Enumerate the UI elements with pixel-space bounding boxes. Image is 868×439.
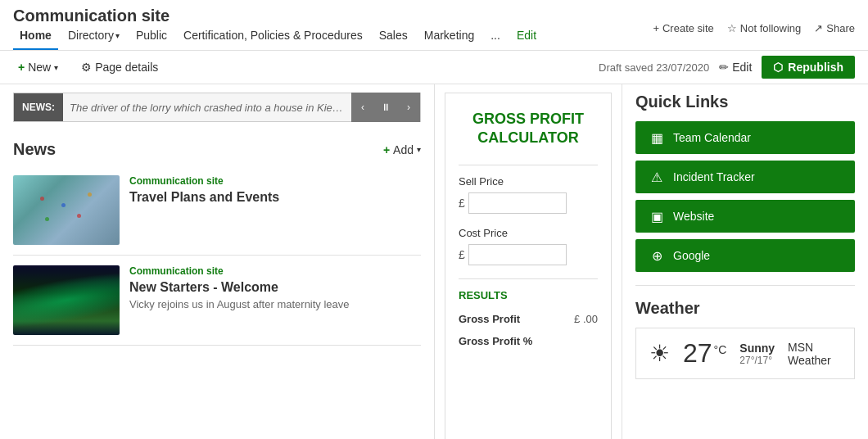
weather-source: MSN Weather <box>788 341 841 367</box>
weather-info: Sunny 27°/17° <box>739 342 775 366</box>
news-label: NEWS: <box>14 93 63 121</box>
cost-price-field: Cost Price £ <box>459 227 598 265</box>
weather-card: ☀ 27 °C Sunny 27°/17° MSN Weather <box>635 328 855 379</box>
top-right-actions: + Create site ☆ Not following ↗ Share <box>653 22 855 34</box>
cost-price-input[interactable] <box>468 244 567 265</box>
draft-saved-text: Draft saved 23/07/2020 <box>599 61 709 74</box>
republish-icon: ⬡ <box>773 61 783 74</box>
cost-price-label: Cost Price <box>459 227 598 239</box>
screen-icon: ▣ <box>649 208 665 224</box>
news-prev-button[interactable]: ‹ <box>351 93 374 122</box>
quick-link-team-calendar[interactable]: ▦ Team Calendar <box>635 121 855 154</box>
weather-temp-num: 27 <box>683 338 712 369</box>
news-item: Communication site Travel Plans and Even… <box>13 165 421 256</box>
weather-temp-unit: °C <box>714 343 727 356</box>
news-ticker: NEWS: The driver of the lorry which cras… <box>13 93 421 122</box>
edit-button[interactable]: ✏ Edit <box>719 61 752 74</box>
nav-more[interactable]: ... <box>484 25 507 50</box>
results-label: RESULTS <box>459 289 598 301</box>
calculator-panel: GROSS PROFIT CALCULATOR Sell Price £ Cos… <box>434 84 622 439</box>
top-navigation: Communication site Home Directory ▾ Publ… <box>0 0 868 51</box>
sell-price-label: Sell Price <box>459 175 598 188</box>
alert-icon: ⚠ <box>649 169 665 185</box>
star-icon: ☆ <box>727 22 737 34</box>
news-content-1: Communication site Travel Plans and Even… <box>129 175 421 245</box>
weather-description: Sunny <box>739 342 775 355</box>
globe-icon: ⊕ <box>649 247 665 264</box>
news-excerpt-2: Vicky rejoins us in August after materni… <box>129 298 421 310</box>
news-title-2[interactable]: New Starters - Welcome <box>129 280 421 295</box>
calendar-icon: ▦ <box>649 129 665 146</box>
nav-cert[interactable]: Certification, Policies & Procedures <box>177 25 369 50</box>
gross-profit-label: Gross Profit <box>459 313 520 325</box>
nav-marketing[interactable]: Marketing <box>418 25 481 50</box>
plus-icon: + <box>653 22 659 34</box>
news-title: News <box>13 140 56 159</box>
edit-icon: ✏ <box>719 61 729 74</box>
news-title-1[interactable]: Travel Plans and Events <box>129 190 421 205</box>
quick-link-incident-tracker[interactable]: ⚠ Incident Tracker <box>635 161 855 193</box>
toolbar-left: + New ▾ ⚙ Page details <box>13 57 163 77</box>
calculator-box: GROSS PROFIT CALCULATOR Sell Price £ Cos… <box>445 93 612 439</box>
news-next-button[interactable]: › <box>397 93 420 122</box>
news-item-2: Communication site New Starters - Welcom… <box>13 256 421 346</box>
page-details-button[interactable]: ⚙ Page details <box>76 57 163 77</box>
weather-range: 27°/17° <box>739 355 775 366</box>
news-source-2: Communication site <box>129 265 421 277</box>
sell-price-field: Sell Price £ <box>459 175 598 214</box>
new-button[interactable]: + New ▾ <box>13 57 63 77</box>
plus-icon: + <box>383 143 390 156</box>
republish-button[interactable]: ⬡ Republish <box>762 56 855 79</box>
left-panel: NEWS: The driver of the lorry which cras… <box>0 84 434 439</box>
sell-price-input[interactable] <box>468 192 567 214</box>
news-ticker-text: The driver of the lorry which crashed in… <box>63 102 351 114</box>
nav-home[interactable]: Home <box>13 25 58 50</box>
gross-profit-row: Gross Profit £ .00 <box>459 308 598 330</box>
nav-sales[interactable]: Sales <box>373 25 414 50</box>
share-button[interactable]: ↗ Share <box>814 22 855 34</box>
chevron-down-icon: ▾ <box>54 63 58 72</box>
share-icon: ↗ <box>814 22 823 34</box>
news-thumbnail-map[interactable] <box>13 175 120 245</box>
chevron-down-icon: ▾ <box>417 145 421 154</box>
chevron-down-icon: ▾ <box>115 31 120 40</box>
weather-title: Weather <box>635 299 855 318</box>
news-thumbnail-aurora[interactable] <box>13 265 120 335</box>
site-title: Communication site <box>13 7 527 25</box>
sell-price-currency: £ <box>459 197 465 210</box>
nav-edit[interactable]: Edit <box>510 25 543 50</box>
cost-price-currency: £ <box>459 248 465 261</box>
gross-profit-pct-label: Gross Profit % <box>459 335 532 347</box>
news-header: News + Add ▾ <box>13 130 421 165</box>
sun-icon: ☀ <box>649 340 670 367</box>
quick-links-title: Quick Links <box>635 93 855 111</box>
nav-links: Home Directory ▾ Public Certification, P… <box>13 25 543 50</box>
right-panel: Quick Links ▦ Team Calendar ⚠ Incident T… <box>622 84 868 439</box>
news-pause-button[interactable]: ⏸ <box>374 93 397 122</box>
toolbar-right: Draft saved 23/07/2020 ✏ Edit ⬡ Republis… <box>599 56 855 79</box>
news-add-button[interactable]: + Add ▾ <box>383 143 421 156</box>
gross-profit-pct-row: Gross Profit % <box>459 330 598 352</box>
create-site-button[interactable]: + Create site <box>653 22 713 34</box>
gross-profit-value: £ .00 <box>574 313 598 325</box>
news-controls: ‹ ⏸ › <box>351 93 420 122</box>
quick-link-website[interactable]: ▣ Website <box>635 200 855 233</box>
nav-directory[interactable]: Directory ▾ <box>61 25 126 50</box>
calculator-title: GROSS PROFIT CALCULATOR <box>459 110 598 148</box>
news-content-2: Communication site New Starters - Welcom… <box>129 265 421 335</box>
nav-public[interactable]: Public <box>129 25 174 50</box>
news-section: News + Add ▾ <box>0 130 434 346</box>
main-content: NEWS: The driver of the lorry which cras… <box>0 84 868 439</box>
plus-icon: + <box>18 61 25 74</box>
news-source-1: Communication site <box>129 175 421 187</box>
not-following-button[interactable]: ☆ Not following <box>727 22 801 34</box>
toolbar: + New ▾ ⚙ Page details Draft saved 23/07… <box>0 51 868 84</box>
quick-link-google[interactable]: ⊕ Google <box>635 239 855 272</box>
gear-icon: ⚙ <box>81 61 92 74</box>
weather-temperature: 27 °C <box>683 338 726 369</box>
